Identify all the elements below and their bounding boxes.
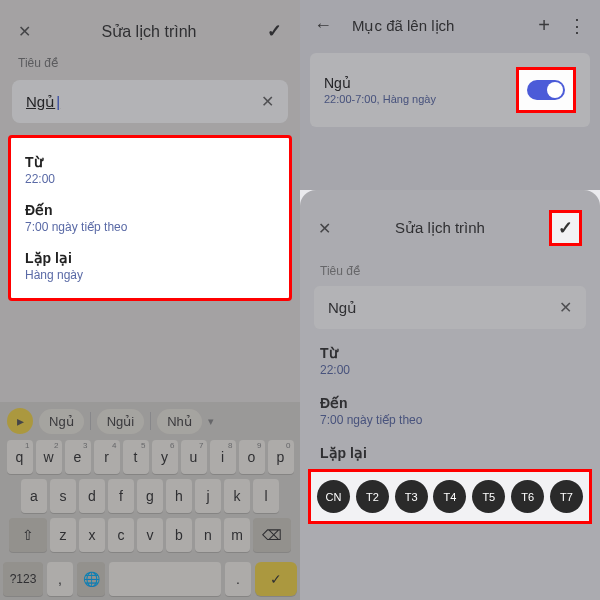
- key-h[interactable]: h: [166, 479, 192, 513]
- from-value: 22:00: [320, 363, 580, 377]
- title-label: Tiêu đề: [300, 258, 600, 284]
- period-key[interactable]: .: [225, 562, 251, 596]
- clear-icon[interactable]: [261, 92, 274, 111]
- key-n[interactable]: n: [195, 518, 221, 552]
- backspace-key[interactable]: ⌫: [253, 518, 291, 552]
- header-title: Sửa lịch trình: [102, 22, 197, 41]
- back-icon[interactable]: [314, 15, 332, 36]
- to-label: Đến: [25, 202, 275, 218]
- schedule-toggle[interactable]: [527, 80, 565, 100]
- key-z[interactable]: z: [50, 518, 76, 552]
- day-T4[interactable]: T4: [433, 480, 466, 513]
- language-key[interactable]: 🌐: [77, 562, 105, 596]
- keyboard-row-3: ⇧ zxcvbnm ⌫: [3, 518, 297, 552]
- key-j[interactable]: j: [195, 479, 221, 513]
- edit-schedule-header: Sửa lịch trình: [0, 0, 300, 56]
- edit-sheet: Sửa lịch trình Tiêu đề Ngủ Từ 22:00 Đến …: [300, 190, 600, 600]
- sheet-header: Sửa lịch trình: [300, 208, 600, 258]
- from-label: Từ: [25, 154, 275, 170]
- space-key[interactable]: [109, 562, 221, 596]
- add-icon[interactable]: [538, 14, 550, 37]
- key-x[interactable]: x: [79, 518, 105, 552]
- day-T2[interactable]: T2: [356, 480, 389, 513]
- day-T6[interactable]: T6: [511, 480, 544, 513]
- check-icon[interactable]: [267, 20, 282, 42]
- schedule-item-card[interactable]: Ngủ 22:00-7:00, Hàng ngày: [310, 53, 590, 127]
- title-input-text: Ngủ: [328, 299, 357, 317]
- key-v[interactable]: v: [137, 518, 163, 552]
- comma-key[interactable]: ,: [47, 562, 73, 596]
- key-f[interactable]: f: [108, 479, 134, 513]
- right-screenshot: Mục đã lên lịch Ngủ 22:00-7:00, Hàng ngà…: [300, 0, 600, 600]
- from-label: Từ: [320, 345, 580, 361]
- keyboard-row-2: asdfghjkl: [3, 479, 297, 513]
- to-label: Đến: [320, 395, 580, 411]
- keyboard: ▸ Ngủ Ngủi Nhủ ▾ q1w2e3r4t5y6u7i8o9p0 as…: [0, 402, 300, 600]
- key-m[interactable]: m: [224, 518, 250, 552]
- key-r[interactable]: r4: [94, 440, 120, 474]
- suggestion-bar: ▸ Ngủ Ngủi Nhủ ▾: [3, 406, 297, 440]
- emoji-button[interactable]: ▸: [7, 408, 33, 434]
- title-label: Tiêu đề: [0, 56, 300, 76]
- key-p[interactable]: p0: [268, 440, 294, 474]
- repeat-label: Lặp lại: [320, 445, 580, 461]
- done-key[interactable]: ✓: [255, 562, 297, 596]
- divider: [150, 412, 151, 430]
- shift-key[interactable]: ⇧: [9, 518, 47, 552]
- more-icon[interactable]: [568, 15, 586, 37]
- toggle-highlight: [516, 67, 576, 113]
- day-T3[interactable]: T3: [395, 480, 428, 513]
- repeat-row[interactable]: Lặp lại: [300, 439, 600, 467]
- from-value: 22:00: [25, 172, 275, 186]
- sheet-title: Sửa lịch trình: [395, 219, 485, 237]
- key-a[interactable]: a: [21, 479, 47, 513]
- to-row[interactable]: Đến 7:00 ngày tiếp theo: [25, 202, 275, 234]
- check-highlight: [549, 210, 582, 246]
- schedule-name: Ngủ: [324, 75, 436, 91]
- close-icon[interactable]: [318, 219, 331, 238]
- suggestion-2[interactable]: Ngủi: [97, 409, 145, 434]
- repeat-label: Lặp lại: [25, 250, 275, 266]
- key-w[interactable]: w2: [36, 440, 62, 474]
- key-e[interactable]: e3: [65, 440, 91, 474]
- day-T5[interactable]: T5: [472, 480, 505, 513]
- key-s[interactable]: s: [50, 479, 76, 513]
- day-CN[interactable]: CN: [317, 480, 350, 513]
- scheduled-header: Mục đã lên lịch: [300, 0, 600, 47]
- days-selector: CNT2T3T4T5T6T7: [308, 469, 592, 524]
- schedule-settings-card: Từ 22:00 Đến 7:00 ngày tiếp theo Lặp lại…: [8, 135, 292, 301]
- key-l[interactable]: l: [253, 479, 279, 513]
- key-y[interactable]: y6: [152, 440, 178, 474]
- numeric-key[interactable]: ?123: [3, 562, 43, 596]
- key-i[interactable]: i8: [210, 440, 236, 474]
- to-row[interactable]: Đến 7:00 ngày tiếp theo: [300, 389, 600, 439]
- from-row[interactable]: Từ 22:00: [300, 339, 600, 389]
- repeat-row[interactable]: Lặp lại Hàng ngày: [25, 250, 275, 282]
- key-u[interactable]: u7: [181, 440, 207, 474]
- suggestion-3[interactable]: Nhủ: [157, 409, 202, 434]
- close-icon[interactable]: [18, 22, 31, 41]
- clear-icon[interactable]: [559, 298, 572, 317]
- suggestion-1[interactable]: Ngủ: [39, 409, 84, 434]
- title-input-card[interactable]: Ngủ: [12, 80, 288, 123]
- key-k[interactable]: k: [224, 479, 250, 513]
- divider: [90, 412, 91, 430]
- schedule-sub: 22:00-7:00, Hàng ngày: [324, 93, 436, 105]
- key-b[interactable]: b: [166, 518, 192, 552]
- from-row[interactable]: Từ 22:00: [25, 154, 275, 186]
- key-g[interactable]: g: [137, 479, 163, 513]
- title-input-row[interactable]: Ngủ: [314, 286, 586, 329]
- key-t[interactable]: t5: [123, 440, 149, 474]
- check-icon[interactable]: [558, 220, 573, 237]
- keyboard-row-1: q1w2e3r4t5y6u7i8o9p0: [3, 440, 297, 474]
- key-d[interactable]: d: [79, 479, 105, 513]
- key-q[interactable]: q1: [7, 440, 33, 474]
- key-o[interactable]: o9: [239, 440, 265, 474]
- left-screenshot: Sửa lịch trình Tiêu đề Ngủ Từ 22:00 Đến …: [0, 0, 300, 600]
- to-value: 7:00 ngày tiếp theo: [320, 413, 580, 427]
- scheduled-title: Mục đã lên lịch: [352, 17, 454, 35]
- more-suggestions-icon[interactable]: ▾: [208, 415, 214, 428]
- day-T7[interactable]: T7: [550, 480, 583, 513]
- key-c[interactable]: c: [108, 518, 134, 552]
- title-input-text: Ngủ: [26, 93, 60, 111]
